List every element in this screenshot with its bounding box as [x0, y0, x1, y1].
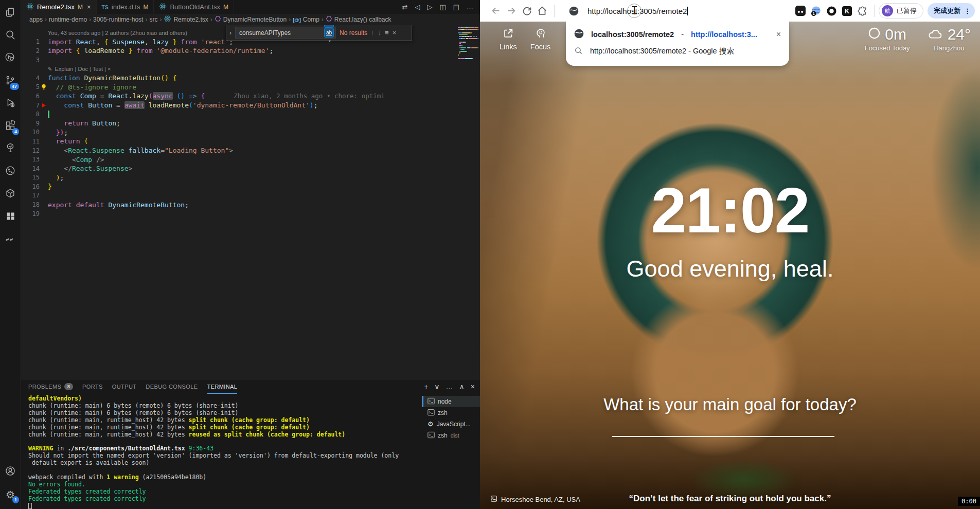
find-query[interactable]: consumeAPITypes	[239, 29, 323, 37]
extension-globe-icon[interactable]: 1	[808, 3, 824, 19]
more-actions-icon[interactable]: …	[446, 383, 453, 391]
find-close-icon[interactable]: ×	[393, 29, 397, 37]
tab-index.d.ts[interactable]: TSindex.d.tsM	[97, 0, 154, 14]
code-line[interactable]: 17	[21, 191, 456, 201]
forward-icon[interactable]	[504, 3, 519, 19]
find-option-whole-word[interactable]: ab	[324, 28, 334, 38]
activity-item-project-manager[interactable]	[0, 206, 21, 228]
home-icon[interactable]	[534, 3, 550, 19]
maximize-panel-icon[interactable]: ∧	[459, 383, 465, 391]
next-change-icon[interactable]: ▷	[427, 3, 432, 11]
remove-suggestion-icon[interactable]: ×	[776, 30, 781, 39]
terminal-list-item-node[interactable]: node	[422, 396, 480, 407]
activity-item-todo-tree[interactable]	[0, 138, 21, 160]
code-line[interactable]: 2import { loadRemote } from '@module-fed…	[21, 46, 456, 56]
code-line[interactable]: 4function DynamicRemoteButton() {	[21, 74, 456, 83]
panel-tab-debug-console[interactable]: DEBUG CONSOLE	[146, 379, 198, 394]
find-input[interactable]: consumeAPITypes Aaab.*	[235, 27, 336, 39]
code-line[interactable]: 10 });	[21, 128, 456, 137]
editor[interactable]: You, 43 seconds ago | 2 authors (Zhou xi…	[21, 25, 480, 379]
split-editor-icon[interactable]: ◫	[439, 3, 446, 11]
activity-item-search[interactable]	[0, 25, 21, 47]
terminal-list-item-zsh[interactable]: zshdist	[422, 430, 480, 441]
find-next-icon[interactable]: ↓	[378, 29, 382, 37]
find-previous-icon[interactable]: ↑	[371, 29, 375, 37]
breadcrumb-item[interactable]: DynamicRemoteButton	[215, 15, 287, 24]
activity-item-container-tools[interactable]	[0, 183, 21, 206]
code-line[interactable]: 6 const Comp = React.lazy(async () => {Z…	[21, 92, 456, 101]
panel-tab-terminal[interactable]: TERMINAL	[207, 379, 238, 394]
minimap[interactable]	[458, 27, 478, 62]
code-line[interactable]: 9 return Button;	[21, 119, 456, 128]
links-button[interactable]: Links	[500, 28, 517, 51]
code-line[interactable]: 8	[21, 110, 456, 119]
new-terminal-icon[interactable]: +	[424, 383, 428, 391]
breadcrumb-item[interactable]: runtime-demo	[49, 16, 87, 23]
code-line[interactable]: 13 <Comp />	[21, 155, 456, 164]
breadcrumb-item[interactable]: 3005-runtime-host	[93, 16, 143, 23]
goal-input[interactable]	[612, 436, 834, 437]
code-line[interactable]: 19	[21, 209, 456, 219]
recording-paused-pill[interactable]: 航 已暂停	[879, 3, 923, 19]
code-line[interactable]: 3	[21, 56, 456, 65]
find-toggle-replace-icon[interactable]: ›	[229, 29, 231, 37]
activity-item-run-debug[interactable]	[0, 93, 21, 115]
tab-close-icon[interactable]: ×	[87, 3, 91, 11]
extensions-menu-icon[interactable]	[854, 3, 870, 19]
code-line[interactable]: 7 const Button = await loadRemote('dynam…	[21, 101, 456, 110]
extension-darkreader-icon[interactable]	[793, 3, 808, 19]
weather-widget[interactable]: 24° Hangzhou	[928, 26, 971, 52]
reload-icon[interactable]	[519, 3, 534, 19]
activity-item-extensions[interactable]: 4	[0, 115, 21, 138]
code-line[interactable]: 5 // @ts-ignore ignore	[21, 83, 456, 92]
codelens[interactable]: ✎Explain | Doc | Test | ×	[21, 64, 456, 74]
more-actions-icon[interactable]: …	[467, 3, 474, 11]
panel-tab-output[interactable]: OUTPUT	[112, 379, 137, 394]
code-line[interactable]: 12 <React.Suspense fallback="Loading But…	[21, 146, 456, 155]
activity-item-explorer[interactable]	[0, 2, 21, 25]
terminal-output[interactable]: defaultVendors)chunk (runtime: main) 6 b…	[21, 394, 422, 509]
close-panel-icon[interactable]: ×	[471, 383, 475, 391]
url-text[interactable]: http://localhost:3005/remote2	[587, 7, 688, 15]
site-info-globe-icon[interactable]	[566, 3, 581, 19]
activity-item-settings[interactable]: ⚙1	[0, 483, 21, 506]
activity-item-source-control[interactable]: 47	[0, 70, 21, 93]
breadcrumb-item[interactable]: Remote2.tsx	[164, 15, 208, 24]
customize-layout-icon[interactable]: ▤	[453, 3, 459, 11]
activity-item-gitlens[interactable]	[0, 47, 21, 70]
focus-button[interactable]: Focus	[530, 28, 551, 51]
panel-tab-problems[interactable]: PROBLEMS8	[28, 379, 73, 394]
code-line[interactable]: 15 );	[21, 173, 456, 183]
finish-update-button[interactable]: 完成更新 ⋮	[928, 3, 975, 19]
activity-item-git-graph[interactable]	[0, 160, 21, 183]
address-bar[interactable]: http://localhost:3005/remote2	[559, 3, 793, 19]
activity-item-wakatime[interactable]	[0, 228, 21, 251]
suggestion-search[interactable]: http://localhost:3005/remote2 - Google 搜…	[566, 43, 789, 60]
extension-ring-icon[interactable]	[824, 3, 839, 19]
panel-tab-ports[interactable]: PORTS	[82, 379, 103, 394]
tab-ButtonOldAnt.tsx[interactable]: ButtonOldAnt.tsxM	[154, 0, 234, 14]
code-line[interactable]: 14 </React.Suspense>	[21, 164, 456, 173]
focused-today-widget[interactable]: 0m Focused Today	[865, 26, 910, 52]
previous-change-icon[interactable]: ◁	[415, 3, 420, 11]
minimap-line	[458, 27, 478, 28]
extension-k-icon[interactable]: K	[839, 3, 854, 19]
compare-changes-icon[interactable]: ⇄	[402, 3, 408, 11]
code-line[interactable]: 18export default DynamicRemoteButton;	[21, 200, 456, 209]
breadcrumb-item[interactable]: React.lazy() callback	[326, 15, 391, 24]
activity-item-accounts[interactable]	[0, 461, 21, 483]
terminal-picker-icon[interactable]: ∨	[434, 383, 439, 391]
find-in-selection-icon[interactable]: ≡	[385, 29, 389, 37]
terminal-list-item-JavaScript...[interactable]: ⚙JavaScript...	[422, 419, 480, 430]
find-option-regex[interactable]: .*	[324, 38, 334, 47]
code-line[interactable]: 11 return (	[21, 137, 456, 146]
breadcrumb-item[interactable]: apps	[29, 16, 43, 23]
breadcrumb-item[interactable]: [@]Comp	[293, 16, 319, 23]
terminal-list-item-zsh[interactable]: zsh	[422, 407, 480, 419]
suggestion-nav[interactable]: localhost:3005/remote2 - http://localhos…	[566, 26, 789, 43]
kebab-menu-icon[interactable]: ⋮	[964, 7, 971, 15]
breadcrumb-item[interactable]: src	[149, 16, 157, 23]
tab-Remote2.tsx[interactable]: Remote2.tsxM×	[21, 0, 97, 14]
back-icon[interactable]	[488, 3, 504, 19]
code-line[interactable]: 16}	[21, 182, 456, 191]
